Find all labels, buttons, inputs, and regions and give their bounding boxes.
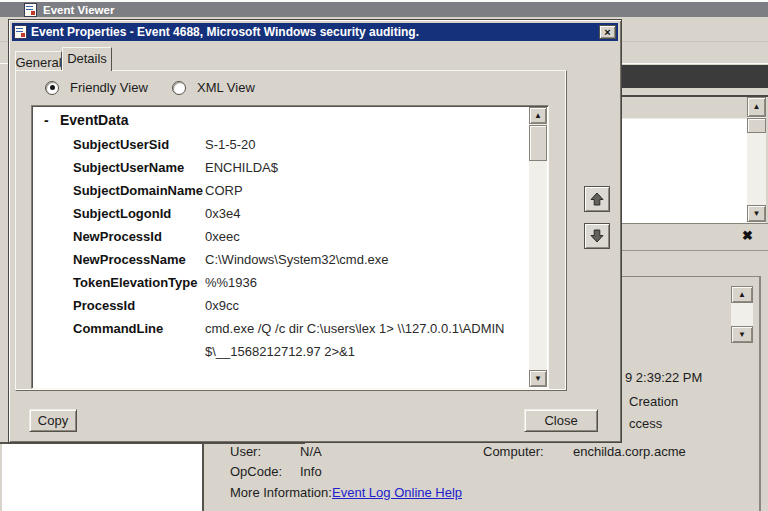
event-data-row: SubjectDomainNameCORP <box>73 179 524 202</box>
collapse-icon[interactable]: - <box>44 112 60 128</box>
field-name: SubjectUserName <box>73 156 205 179</box>
tab-label: General <box>15 55 61 70</box>
field-value: 0xeec <box>205 225 505 248</box>
next-event-button[interactable] <box>584 223 610 249</box>
field-value: cmd.exe /Q /c dir C:\users\lex 1> \\127.… <box>205 317 505 363</box>
computer-value: enchilda.corp.acme <box>573 444 686 459</box>
event-data-row: SubjectUserNameENCHILDA$ <box>73 156 524 179</box>
field-value: 0x9cc <box>205 294 505 317</box>
copy-button[interactable]: Copy <box>29 409 77 432</box>
field-name: NewProcessId <box>73 225 205 248</box>
scrollbar-thumb[interactable] <box>529 125 547 161</box>
event-data-row: NewProcessId0xeec <box>73 225 524 248</box>
more-info-label: More Information: <box>230 485 332 500</box>
keywords-fragment: ccess <box>629 416 662 431</box>
field-name: SubjectDomainName <box>73 179 205 202</box>
event-data-row: NewProcessNameC:\Windows\System32\cmd.ex… <box>73 248 524 271</box>
event-properties-icon <box>14 25 27 39</box>
field-value: CORP <box>205 179 505 202</box>
opcode-value: Info <box>300 464 322 479</box>
opcode-label: OpCode: <box>230 464 282 479</box>
field-value: C:\Windows\System32\cmd.exe <box>205 248 505 271</box>
previous-event-button[interactable] <box>584 186 610 212</box>
event-data-fields: SubjectUserSidS-1-5-20SubjectUserNameENC… <box>73 133 524 363</box>
event-data-row: SubjectUserSidS-1-5-20 <box>73 133 524 156</box>
scroll-up-icon[interactable]: ▲ <box>529 107 547 124</box>
field-value: 0x3e4 <box>205 202 505 225</box>
event-data-view[interactable]: -EventData SubjectUserSidS-1-5-20Subject… <box>31 105 549 389</box>
radio-label: XML View <box>197 80 255 95</box>
event-data-title: EventData <box>60 112 128 128</box>
event-log-online-help-link[interactable]: Event Log Online Help <box>332 485 462 500</box>
field-name: SubjectUserSid <box>73 133 205 156</box>
field-value: S-1-5-20 <box>205 133 505 156</box>
event-data-row: SubjectLogonId0x3e4 <box>73 202 524 225</box>
close-icon[interactable]: × <box>599 25 616 39</box>
screen: Event Viewer ▲ ▼ ✖ ▲ ▼ 9 2:39:22 PM Crea… <box>0 0 768 511</box>
event-data-row: TokenElevationType%%1936 <box>73 271 524 294</box>
task-category-fragment: Creation <box>629 394 678 409</box>
event-data-row: ProcessId0x9cc <box>73 294 524 317</box>
window-title: Event Viewer <box>43 4 114 16</box>
radio-icon <box>172 81 186 95</box>
console-tree-pane <box>2 444 204 511</box>
event-data-scrollbar[interactable]: ▲ ▼ <box>529 107 547 387</box>
event-properties-dialog: Event Properties - Event 4688, Microsoft… <box>8 19 622 443</box>
scroll-up-icon[interactable]: ▲ <box>731 286 753 303</box>
close-button[interactable]: Close <box>524 409 598 432</box>
event-list-scrollbar[interactable]: ▲ ▼ <box>747 97 766 223</box>
field-name: NewProcessName <box>73 248 205 271</box>
down-arrow-icon <box>589 228 605 244</box>
field-name: CommandLine <box>73 317 205 363</box>
event-data-header[interactable]: -EventData <box>44 112 128 128</box>
friendly-view-radio[interactable]: Friendly View <box>45 80 148 95</box>
event-viewer-titlebar: Event Viewer <box>0 2 768 17</box>
close-preview-icon[interactable]: ✖ <box>742 228 753 243</box>
field-value: ENCHILDA$ <box>205 156 505 179</box>
event-data-row: CommandLinecmd.exe /Q /c dir C:\users\le… <box>73 317 524 363</box>
radio-icon <box>45 81 59 95</box>
scroll-down-icon[interactable]: ▼ <box>747 205 766 222</box>
field-name: ProcessId <box>73 294 205 317</box>
radio-label: Friendly View <box>70 80 148 95</box>
scroll-down-icon[interactable]: ▼ <box>731 326 753 343</box>
computer-label: Computer: <box>483 444 544 459</box>
description-scrollbar[interactable]: ▲ ▼ <box>731 286 753 343</box>
preview-frame-right <box>759 276 761 511</box>
tab-general[interactable]: General <box>15 51 62 70</box>
tab-label: Details <box>67 51 107 66</box>
user-label: User: <box>230 444 261 459</box>
up-arrow-icon <box>589 191 605 207</box>
field-name: SubjectLogonId <box>73 202 205 225</box>
dialog-title: Event Properties - Event 4688, Microsoft… <box>31 25 419 39</box>
scroll-up-icon[interactable]: ▲ <box>747 97 766 117</box>
event-viewer-icon <box>24 3 37 17</box>
field-name: TokenElevationType <box>73 271 205 294</box>
xml-view-radio[interactable]: XML View <box>172 80 255 95</box>
field-value: %%1936 <box>205 271 505 294</box>
scrollbar-thumb[interactable] <box>747 118 766 133</box>
dialog-titlebar[interactable]: Event Properties - Event 4688, Microsoft… <box>12 23 618 41</box>
tab-details[interactable]: Details <box>62 47 112 71</box>
user-value: N/A <box>300 444 322 459</box>
scroll-down-icon[interactable]: ▼ <box>529 370 547 387</box>
logged-time-fragment: 9 2:39:22 PM <box>625 370 702 385</box>
